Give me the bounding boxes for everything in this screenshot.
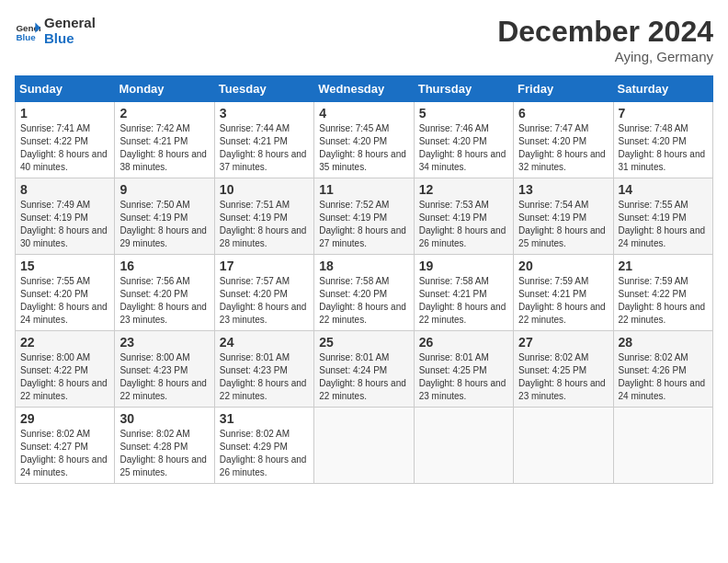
day-number: 23 xyxy=(119,335,209,350)
day-number: 13 xyxy=(518,182,608,197)
calendar-day-22: 22Sunrise: 8:00 AMSunset: 4:22 PMDayligh… xyxy=(16,331,115,408)
day-sunrise: Sunrise: 8:02 AMSunset: 4:28 PMDaylight:… xyxy=(119,429,207,477)
day-number: 26 xyxy=(419,335,508,350)
calendar-day-8: 8Sunrise: 7:49 AMSunset: 4:19 PMDaylight… xyxy=(16,178,115,255)
calendar-day-24: 24Sunrise: 8:01 AMSunset: 4:23 PMDayligh… xyxy=(214,331,313,408)
day-sunrise: Sunrise: 7:52 AMSunset: 4:19 PMDaylight:… xyxy=(319,200,406,248)
calendar-day-23: 23Sunrise: 8:00 AMSunset: 4:23 PMDayligh… xyxy=(115,331,214,408)
logo-text: GeneralBlue xyxy=(44,15,96,47)
day-sunrise: Sunrise: 8:01 AMSunset: 4:25 PMDaylight:… xyxy=(419,352,506,401)
calendar-day-30: 30Sunrise: 8:02 AMSunset: 4:28 PMDayligh… xyxy=(115,408,214,484)
day-sunrise: Sunrise: 7:46 AMSunset: 4:20 PMDaylight:… xyxy=(419,123,506,172)
day-number: 12 xyxy=(419,182,508,197)
calendar-week-2: 8Sunrise: 7:49 AMSunset: 4:19 PMDaylight… xyxy=(16,178,713,255)
day-sunrise: Sunrise: 8:02 AMSunset: 4:27 PMDaylight:… xyxy=(20,429,108,477)
calendar-day-6: 6Sunrise: 7:47 AMSunset: 4:20 PMDaylight… xyxy=(514,102,613,178)
calendar-day-5: 5Sunrise: 7:46 AMSunset: 4:20 PMDaylight… xyxy=(414,102,513,178)
calendar-day-16: 16Sunrise: 7:56 AMSunset: 4:20 PMDayligh… xyxy=(115,255,214,331)
day-number: 28 xyxy=(619,335,708,350)
day-number: 30 xyxy=(119,411,209,426)
calendar-day-9: 9Sunrise: 7:50 AMSunset: 4:19 PMDaylight… xyxy=(115,178,214,255)
day-sunrise: Sunrise: 8:01 AMSunset: 4:23 PMDaylight:… xyxy=(220,352,307,401)
day-number: 1 xyxy=(20,106,109,121)
logo: General Blue GeneralBlue xyxy=(15,15,96,47)
day-sunrise: Sunrise: 8:02 AMSunset: 4:25 PMDaylight:… xyxy=(518,352,606,401)
calendar-day-11: 11Sunrise: 7:52 AMSunset: 4:19 PMDayligh… xyxy=(314,178,414,255)
day-number: 2 xyxy=(119,106,209,121)
calendar-day-2: 2Sunrise: 7:42 AMSunset: 4:21 PMDaylight… xyxy=(115,102,214,178)
day-sunrise: Sunrise: 7:59 AMSunset: 4:21 PMDaylight:… xyxy=(518,276,606,325)
day-number: 20 xyxy=(518,259,608,273)
calendar-day-21: 21Sunrise: 7:59 AMSunset: 4:22 PMDayligh… xyxy=(613,255,712,331)
day-number: 14 xyxy=(619,182,708,197)
day-sunrise: Sunrise: 7:55 AMSunset: 4:20 PMDaylight:… xyxy=(20,276,108,325)
day-sunrise: Sunrise: 7:45 AMSunset: 4:20 PMDaylight:… xyxy=(319,123,406,172)
calendar-body: 1Sunrise: 7:41 AMSunset: 4:22 PMDaylight… xyxy=(16,102,713,484)
day-sunrise: Sunrise: 7:58 AMSunset: 4:21 PMDaylight:… xyxy=(419,276,506,325)
day-number: 27 xyxy=(518,335,608,350)
day-number: 4 xyxy=(319,106,408,121)
day-sunrise: Sunrise: 8:02 AMSunset: 4:26 PMDaylight:… xyxy=(619,352,706,401)
header-sunday: Sunday xyxy=(16,76,115,102)
calendar-day-13: 13Sunrise: 7:54 AMSunset: 4:19 PMDayligh… xyxy=(514,178,613,255)
header-thursday: Thursday xyxy=(414,76,513,102)
day-sunrise: Sunrise: 7:41 AMSunset: 4:22 PMDaylight:… xyxy=(20,123,108,172)
calendar-title: December 2024 xyxy=(497,15,713,49)
calendar-day-20: 20Sunrise: 7:59 AMSunset: 4:21 PMDayligh… xyxy=(514,255,613,331)
calendar-day-17: 17Sunrise: 7:57 AMSunset: 4:20 PMDayligh… xyxy=(214,255,313,331)
calendar-header-row: SundayMondayTuesdayWednesdayThursdayFrid… xyxy=(16,76,713,102)
calendar-subtitle: Aying, Germany xyxy=(497,49,713,64)
day-number: 7 xyxy=(619,106,708,121)
calendar-empty-cell xyxy=(613,408,712,484)
calendar-week-1: 1Sunrise: 7:41 AMSunset: 4:22 PMDaylight… xyxy=(16,102,713,178)
day-number: 31 xyxy=(220,411,309,426)
day-sunrise: Sunrise: 7:48 AMSunset: 4:20 PMDaylight:… xyxy=(619,123,706,172)
day-sunrise: Sunrise: 7:42 AMSunset: 4:21 PMDaylight:… xyxy=(119,123,207,172)
header-tuesday: Tuesday xyxy=(214,76,313,102)
calendar-day-12: 12Sunrise: 7:53 AMSunset: 4:19 PMDayligh… xyxy=(414,178,513,255)
calendar-day-27: 27Sunrise: 8:02 AMSunset: 4:25 PMDayligh… xyxy=(514,331,613,408)
calendar-day-1: 1Sunrise: 7:41 AMSunset: 4:22 PMDaylight… xyxy=(16,102,115,178)
calendar-day-26: 26Sunrise: 8:01 AMSunset: 4:25 PMDayligh… xyxy=(414,331,513,408)
day-number: 18 xyxy=(319,259,408,273)
calendar-day-18: 18Sunrise: 7:58 AMSunset: 4:20 PMDayligh… xyxy=(314,255,414,331)
day-sunrise: Sunrise: 7:58 AMSunset: 4:20 PMDaylight:… xyxy=(319,276,406,325)
day-sunrise: Sunrise: 7:51 AMSunset: 4:19 PMDaylight:… xyxy=(220,200,307,248)
day-sunrise: Sunrise: 7:59 AMSunset: 4:22 PMDaylight:… xyxy=(619,276,706,325)
header-saturday: Saturday xyxy=(613,76,712,102)
calendar-day-31: 31Sunrise: 8:02 AMSunset: 4:29 PMDayligh… xyxy=(214,408,313,484)
day-number: 3 xyxy=(220,106,309,121)
day-number: 17 xyxy=(220,259,309,273)
calendar-day-28: 28Sunrise: 8:02 AMSunset: 4:26 PMDayligh… xyxy=(613,331,712,408)
day-sunrise: Sunrise: 7:56 AMSunset: 4:20 PMDaylight:… xyxy=(119,276,207,325)
day-sunrise: Sunrise: 7:53 AMSunset: 4:19 PMDaylight:… xyxy=(419,200,506,248)
calendar-empty-cell xyxy=(414,408,513,484)
day-number: 10 xyxy=(220,182,309,197)
header-wednesday: Wednesday xyxy=(314,76,414,102)
day-number: 5 xyxy=(419,106,508,121)
day-sunrise: Sunrise: 7:47 AMSunset: 4:20 PMDaylight:… xyxy=(518,123,606,172)
day-number: 9 xyxy=(119,182,209,197)
calendar-day-14: 14Sunrise: 7:55 AMSunset: 4:19 PMDayligh… xyxy=(613,178,712,255)
day-number: 8 xyxy=(20,182,109,197)
day-sunrise: Sunrise: 8:02 AMSunset: 4:29 PMDaylight:… xyxy=(220,429,307,477)
day-sunrise: Sunrise: 8:01 AMSunset: 4:24 PMDaylight:… xyxy=(319,352,406,401)
calendar-day-4: 4Sunrise: 7:45 AMSunset: 4:20 PMDaylight… xyxy=(314,102,414,178)
title-block: December 2024 Aying, Germany xyxy=(497,15,713,64)
day-sunrise: Sunrise: 7:55 AMSunset: 4:19 PMDaylight:… xyxy=(619,200,706,248)
day-sunrise: Sunrise: 7:50 AMSunset: 4:19 PMDaylight:… xyxy=(119,200,207,248)
day-number: 22 xyxy=(20,335,109,350)
day-sunrise: Sunrise: 7:49 AMSunset: 4:19 PMDaylight:… xyxy=(20,200,108,248)
day-number: 24 xyxy=(220,335,309,350)
day-number: 6 xyxy=(518,106,608,121)
calendar-day-25: 25Sunrise: 8:01 AMSunset: 4:24 PMDayligh… xyxy=(314,331,414,408)
calendar-empty-cell xyxy=(314,408,414,484)
calendar-day-7: 7Sunrise: 7:48 AMSunset: 4:20 PMDaylight… xyxy=(613,102,712,178)
day-sunrise: Sunrise: 7:44 AMSunset: 4:21 PMDaylight:… xyxy=(220,123,307,172)
day-number: 19 xyxy=(419,259,508,273)
svg-marker-3 xyxy=(35,27,39,29)
calendar-empty-cell xyxy=(514,408,613,484)
day-number: 29 xyxy=(20,411,109,426)
calendar-day-19: 19Sunrise: 7:58 AMSunset: 4:21 PMDayligh… xyxy=(414,255,513,331)
calendar-table: SundayMondayTuesdayWednesdayThursdayFrid… xyxy=(15,75,713,484)
